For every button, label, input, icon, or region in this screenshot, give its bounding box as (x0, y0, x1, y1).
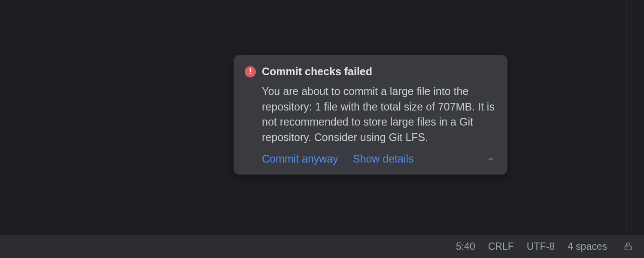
error-icon (245, 66, 256, 77)
notification-actions: Commit anyway Show details (245, 153, 496, 165)
indent-selector[interactable]: 4 spaces (568, 241, 607, 252)
notification-header: Commit checks failed (245, 65, 496, 78)
notification-popup: Commit checks failed You are about to co… (234, 55, 507, 175)
notification-body: You are about to commit a large file int… (245, 84, 496, 145)
lock-icon[interactable] (623, 242, 633, 251)
notification-title: Commit checks failed (262, 65, 372, 78)
right-panel-divider (626, 0, 626, 232)
encoding-selector[interactable]: UTF-8 (527, 241, 555, 252)
collapse-icon[interactable] (487, 155, 496, 163)
line-ending-selector[interactable]: CRLF (488, 241, 514, 252)
commit-anyway-link[interactable]: Commit anyway (262, 153, 338, 165)
show-details-link[interactable]: Show details (353, 153, 414, 165)
status-bar: 5:40 CRLF UTF-8 4 spaces (0, 235, 644, 258)
svg-rect-0 (625, 246, 632, 250)
cursor-position[interactable]: 5:40 (456, 241, 475, 252)
